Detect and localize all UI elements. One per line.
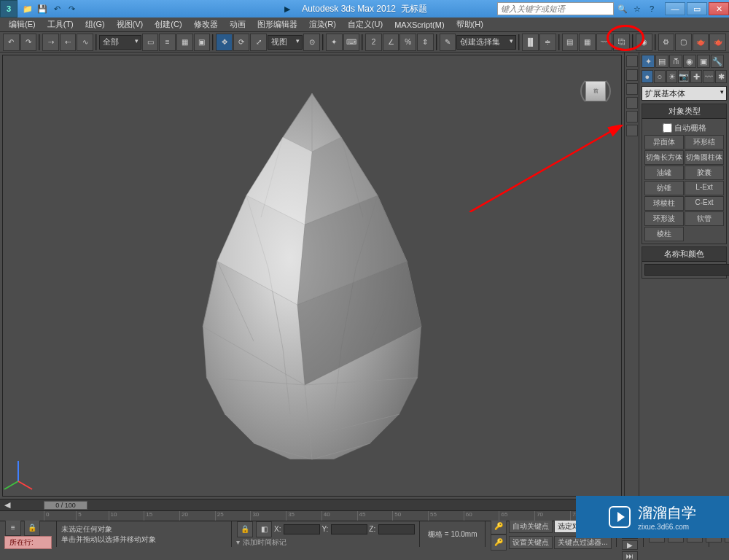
select-region-button[interactable]: ▦ (176, 34, 193, 51)
hierarchy-tab[interactable]: ⫚ (669, 55, 682, 68)
autokey-toggle[interactable]: 自动关键点 (509, 520, 553, 533)
x-input[interactable] (284, 524, 320, 534)
layer-manager-button[interactable]: ▤ (562, 34, 579, 51)
shapes-cat[interactable]: ○ (654, 70, 666, 83)
systems-cat[interactable]: ✱ (715, 70, 727, 83)
render-iterative-button[interactable]: 🫖 (709, 34, 726, 51)
menu-views[interactable]: 视图(V) (111, 18, 149, 31)
snap-percent-button[interactable]: % (399, 34, 416, 51)
select-move-button[interactable]: ✥ (216, 34, 233, 51)
menu-create[interactable]: 创建(C) (149, 18, 187, 31)
manipulate-button[interactable]: ✦ (326, 34, 343, 51)
mirror-button[interactable]: ▐▌ (522, 34, 539, 51)
menu-edit[interactable]: 编辑(E) (3, 18, 42, 31)
render-setup-button[interactable]: ⚙ (658, 34, 675, 51)
obj-gengon[interactable]: 球棱柱 (644, 196, 684, 211)
rendered-frame-button[interactable]: ▢ (675, 34, 692, 51)
utilities-tab[interactable]: 🔧 (711, 55, 724, 68)
select-rotate-button[interactable]: ⟳ (233, 34, 250, 51)
maxscript-listener-button[interactable]: ≡ (5, 520, 21, 536)
redo-button[interactable]: ↷ (20, 34, 37, 51)
motion-tab[interactable]: ◉ (683, 55, 696, 68)
next-frame-button[interactable]: ▶ (622, 540, 638, 550)
favorite-icon[interactable]: ☆ (631, 3, 643, 15)
qat-save-icon[interactable]: 💾 (36, 3, 48, 15)
obj-cext[interactable]: C-Ext (685, 196, 724, 211)
maximize-button[interactable]: ▭ (687, 2, 707, 15)
setkey-toggle[interactable]: 设置关键点 (509, 536, 553, 549)
sidebar-btn-4[interactable] (626, 97, 638, 109)
qat-redo-icon[interactable]: ↷ (66, 3, 77, 15)
name-color-header[interactable]: 名称和颜色 (642, 247, 726, 262)
sidebar-btn-2[interactable] (626, 69, 638, 81)
obj-hedra[interactable]: 异面体 (644, 135, 684, 149)
unlink-button[interactable]: ⇠ (60, 34, 77, 51)
goto-end-button[interactable]: ⏭ (622, 551, 638, 560)
menu-group[interactable]: 组(G) (79, 18, 111, 31)
menu-animation[interactable]: 动画 (224, 18, 252, 31)
y-input[interactable] (331, 524, 367, 534)
qat-open-icon[interactable]: 📁 (22, 3, 34, 15)
minimize-button[interactable]: — (665, 2, 685, 15)
material-editor-button[interactable]: ◉ (636, 34, 652, 51)
isolate-button[interactable]: ◧ (256, 521, 272, 537)
named-selection-dropdown[interactable]: 创建选择集 (456, 35, 516, 50)
menu-graph-editors[interactable]: 图形编辑器 (252, 18, 303, 31)
helpers-cat[interactable]: ✚ (690, 70, 702, 83)
z-input[interactable] (378, 524, 415, 534)
menu-customize[interactable]: 自定义(U) (342, 18, 389, 31)
sidebar-btn-6[interactable] (626, 125, 638, 136)
time-slider-handle[interactable]: 0 / 100 (44, 501, 87, 510)
help-icon[interactable]: ? (646, 3, 658, 15)
lock-selection-button[interactable]: 🔒 (237, 521, 253, 537)
schematic-view-button[interactable]: ⿻ (613, 34, 630, 51)
spacewarps-cat[interactable]: 〰 (703, 70, 714, 83)
snap-2d-button[interactable]: 2 (365, 34, 382, 51)
graphite-button[interactable]: ▦ (579, 34, 596, 51)
key-large-button[interactable]: 🔑 (491, 534, 507, 551)
window-crossing-button[interactable]: ▣ (194, 34, 211, 51)
sidebar-btn-1[interactable] (626, 55, 638, 67)
help-search-input[interactable] (497, 2, 614, 15)
ref-coord-dropdown[interactable]: 视图 (268, 35, 303, 50)
menu-maxscript[interactable]: MAXScript(M) (389, 19, 450, 31)
render-production-button[interactable]: 🫖 (693, 34, 709, 51)
align-button[interactable]: ≑ (539, 34, 556, 51)
sidebar-btn-5[interactable] (626, 111, 638, 122)
undo-button[interactable]: ↶ (3, 34, 20, 51)
snap-angle-button[interactable]: ∠ (383, 34, 399, 51)
obj-chamfercyl[interactable]: 切角圆柱体 (685, 150, 724, 165)
keyboard-shortcut-button[interactable]: ⌨ (343, 34, 360, 51)
object-name-input[interactable] (644, 264, 729, 276)
obj-spindle[interactable]: 纺锤 (644, 181, 684, 195)
category-dropdown[interactable]: 扩展基本体 (642, 86, 727, 101)
qat-undo-icon[interactable]: ↶ (51, 3, 63, 15)
viewcube[interactable]: 前 (580, 76, 611, 106)
menu-help[interactable]: 帮助(H) (451, 18, 489, 31)
obj-hose[interactable]: 软管 (685, 211, 724, 226)
obj-capsule[interactable]: 胶囊 (685, 166, 724, 180)
obj-ringwave[interactable]: 环形波 (644, 211, 684, 226)
modify-tab[interactable]: ▤ (655, 55, 668, 68)
spinner-snap-button[interactable]: ⇕ (417, 34, 434, 51)
obj-lext[interactable]: L-Ext (685, 181, 724, 195)
geometry-cat[interactable]: ● (642, 70, 653, 83)
time-tag-button[interactable]: ▾添加时间标记 (236, 537, 415, 548)
create-tab[interactable]: ✦ (642, 55, 655, 68)
search-icon[interactable]: 🔍 (617, 3, 628, 15)
menu-rendering[interactable]: 渲染(R) (303, 18, 342, 31)
close-button[interactable]: ✕ (709, 2, 729, 15)
obj-oiltank[interactable]: 油罐 (644, 166, 684, 180)
selection-filter-dropdown[interactable]: 全部 (99, 35, 141, 50)
lights-cat[interactable]: ☀ (666, 70, 678, 83)
obj-prism[interactable]: 棱柱 (644, 227, 684, 241)
menu-tools[interactable]: 工具(T) (42, 18, 79, 31)
obj-torus-knot[interactable]: 环形结 (685, 135, 724, 149)
sidebar-btn-3[interactable] (626, 83, 638, 95)
select-scale-button[interactable]: ⤢ (250, 34, 267, 51)
lock-button[interactable]: 🔒 (24, 520, 40, 536)
pivot-button[interactable]: ⊙ (303, 34, 320, 51)
display-tab[interactable]: ▣ (697, 55, 710, 68)
select-button[interactable]: ▭ (142, 34, 159, 51)
curve-editor-button[interactable]: 〰 (596, 34, 613, 51)
